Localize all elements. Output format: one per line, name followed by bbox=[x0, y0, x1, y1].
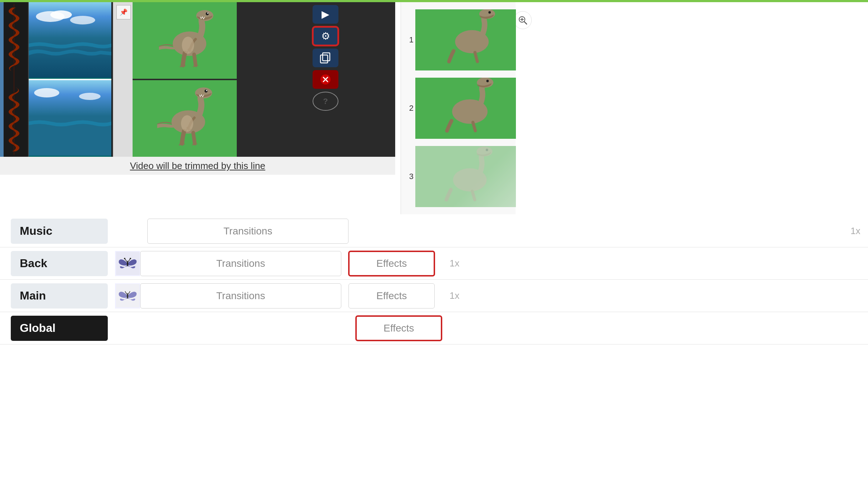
svg-point-49 bbox=[130, 258, 131, 259]
svg-rect-43 bbox=[415, 146, 516, 207]
right-preview-panel: 1 2 bbox=[401, 2, 516, 214]
copy-button[interactable] bbox=[313, 49, 338, 67]
play-button[interactable]: ▶ bbox=[313, 5, 338, 24]
bottom-layers-area: Music Transitions 1x Back bbox=[0, 215, 868, 489]
preview-number-2: 2 bbox=[405, 104, 414, 113]
layer-row-back: Back Transitions Effects 1x bbox=[0, 247, 868, 280]
floating-button-panel: ▶ ⚙ ? bbox=[310, 2, 342, 114]
main-transitions-button[interactable]: Transitions bbox=[140, 283, 341, 309]
delete-icon bbox=[320, 74, 331, 85]
back-thumbnail bbox=[115, 251, 140, 276]
music-transitions-button[interactable]: Transitions bbox=[147, 219, 348, 244]
preview-row-3: 3 bbox=[415, 142, 516, 211]
back-effects-button[interactable]: Effects bbox=[348, 251, 435, 276]
music-layer-button[interactable]: Music bbox=[11, 219, 108, 244]
main-layer-button[interactable]: Main bbox=[11, 283, 108, 309]
copy-icon bbox=[320, 52, 331, 64]
main-effects-button[interactable]: Effects bbox=[348, 283, 435, 309]
dino-panel bbox=[133, 2, 237, 157]
svg-point-15 bbox=[182, 36, 194, 54]
dino-bottom bbox=[133, 80, 237, 157]
svg-point-45 bbox=[127, 261, 128, 266]
butterfly-1-svg bbox=[116, 252, 139, 275]
preview-thumb-3 bbox=[415, 146, 516, 207]
dino-top-svg bbox=[149, 6, 221, 75]
zoom-button[interactable] bbox=[514, 11, 532, 29]
preview-number-3: 3 bbox=[405, 172, 414, 181]
help-button[interactable]: ? bbox=[313, 92, 338, 111]
svg-point-3 bbox=[50, 10, 72, 19]
trim-message-bar: Video will be trimmed by this line bbox=[0, 157, 395, 175]
svg-point-21 bbox=[181, 115, 193, 132]
svg-point-20 bbox=[206, 90, 207, 91]
main-multiplier: 1x bbox=[442, 290, 467, 301]
preview-row-1: 1 bbox=[415, 6, 516, 74]
delete-button[interactable] bbox=[313, 70, 338, 89]
layer-row-music: Music Transitions 1x bbox=[0, 215, 868, 247]
svg-point-38 bbox=[486, 80, 489, 82]
svg-rect-22 bbox=[320, 55, 328, 63]
back-multiplier: 1x bbox=[442, 258, 467, 269]
svg-point-4 bbox=[70, 16, 95, 24]
waveform-svg bbox=[3, 4, 25, 155]
preview-number-1: 1 bbox=[405, 35, 414, 45]
svg-point-13 bbox=[206, 12, 209, 15]
ocean-panel bbox=[29, 2, 111, 157]
ocean-top bbox=[29, 2, 111, 79]
pin-panel: 📌 bbox=[113, 2, 133, 157]
butterfly-2-svg bbox=[116, 284, 139, 307]
settings-button[interactable]: ⚙ bbox=[313, 27, 338, 46]
dark-right-area bbox=[342, 4, 395, 157]
dino-bottom-svg bbox=[149, 84, 221, 152]
svg-point-19 bbox=[204, 90, 208, 93]
trim-message-text: Video will be trimmed by this line bbox=[130, 160, 266, 172]
svg-line-28 bbox=[524, 22, 527, 24]
pin-icon[interactable]: 📌 bbox=[116, 5, 131, 19]
back-transitions-button[interactable]: Transitions bbox=[140, 251, 341, 276]
svg-point-8 bbox=[79, 93, 101, 100]
back-layer-button[interactable]: Back bbox=[11, 251, 108, 276]
global-layer-button[interactable]: Global bbox=[11, 316, 108, 341]
music-multiplier: 1x bbox=[843, 225, 868, 237]
svg-point-7 bbox=[34, 88, 59, 97]
waveform-blue-indicator bbox=[0, 2, 4, 157]
dino-top bbox=[133, 2, 237, 79]
layer-row-main: Main Transitions Effects 1x bbox=[0, 280, 868, 312]
svg-point-14 bbox=[207, 12, 208, 13]
waveform-panel bbox=[0, 2, 29, 157]
svg-point-48 bbox=[124, 258, 125, 259]
global-effects-button[interactable]: Effects bbox=[356, 316, 442, 341]
svg-point-34 bbox=[488, 11, 491, 14]
ocean-bottom bbox=[29, 80, 111, 157]
preview-thumb-1 bbox=[415, 9, 516, 70]
main-thumbnail bbox=[115, 283, 140, 309]
svg-rect-23 bbox=[323, 53, 330, 61]
layer-row-global: Global Effects bbox=[0, 312, 868, 344]
svg-point-51 bbox=[127, 293, 128, 299]
preview-thumb-2 bbox=[415, 78, 516, 139]
preview-row-2: 2 bbox=[415, 74, 516, 142]
zoom-icon bbox=[518, 15, 527, 25]
